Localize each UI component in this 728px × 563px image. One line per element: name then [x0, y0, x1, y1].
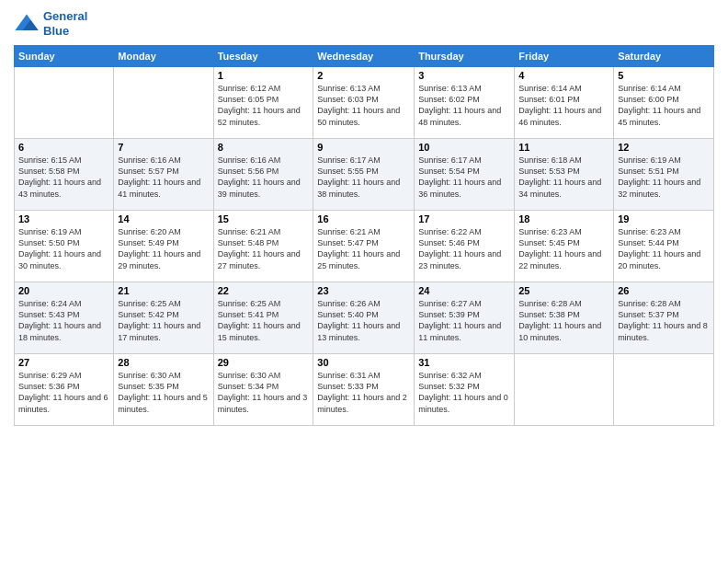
- calendar-cell: 6Sunrise: 6:15 AM Sunset: 5:58 PM Daylig…: [15, 139, 114, 211]
- calendar-cell: 17Sunrise: 6:22 AM Sunset: 5:46 PM Dayli…: [415, 211, 515, 282]
- day-info: Sunrise: 6:32 AM Sunset: 5:32 PM Dayligh…: [418, 370, 510, 415]
- calendar-cell: 12Sunrise: 6:19 AM Sunset: 5:51 PM Dayli…: [614, 139, 714, 211]
- day-info: Sunrise: 6:13 AM Sunset: 6:03 PM Dayligh…: [317, 83, 410, 128]
- weekday-header-friday: Friday: [515, 46, 614, 67]
- day-number: 18: [518, 213, 609, 224]
- calendar-week-row: 13Sunrise: 6:19 AM Sunset: 5:50 PM Dayli…: [15, 211, 714, 282]
- calendar-cell: 16Sunrise: 6:21 AM Sunset: 5:47 PM Dayli…: [313, 211, 415, 282]
- day-number: 16: [317, 213, 410, 224]
- day-number: 30: [317, 357, 410, 368]
- day-number: 25: [518, 285, 609, 296]
- day-info: Sunrise: 6:27 AM Sunset: 5:39 PM Dayligh…: [418, 298, 510, 343]
- day-info: Sunrise: 6:29 AM Sunset: 5:36 PM Dayligh…: [18, 370, 109, 415]
- day-number: 9: [317, 142, 410, 153]
- day-number: 10: [418, 142, 510, 153]
- day-number: 23: [317, 285, 410, 296]
- day-number: 24: [418, 285, 510, 296]
- day-number: 31: [418, 357, 510, 368]
- day-info: Sunrise: 6:18 AM Sunset: 5:53 PM Dayligh…: [518, 155, 609, 200]
- day-number: 27: [18, 357, 109, 368]
- day-info: Sunrise: 6:25 AM Sunset: 5:41 PM Dayligh…: [218, 298, 310, 343]
- calendar-cell: 26Sunrise: 6:28 AM Sunset: 5:37 PM Dayli…: [614, 282, 714, 354]
- day-info: Sunrise: 6:25 AM Sunset: 5:42 PM Dayligh…: [118, 298, 209, 343]
- day-info: Sunrise: 6:31 AM Sunset: 5:33 PM Dayligh…: [317, 370, 410, 415]
- calendar-cell: 18Sunrise: 6:23 AM Sunset: 5:45 PM Dayli…: [515, 211, 614, 282]
- day-number: 22: [218, 285, 310, 296]
- weekday-header-tuesday: Tuesday: [213, 46, 313, 67]
- day-number: 20: [18, 285, 109, 296]
- calendar-week-row: 20Sunrise: 6:24 AM Sunset: 5:43 PM Dayli…: [15, 282, 714, 354]
- calendar-header-row: SundayMondayTuesdayWednesdayThursdayFrid…: [15, 46, 714, 67]
- logo-icon: [14, 11, 40, 37]
- day-number: 26: [618, 285, 710, 296]
- page-header: General Blue: [14, 9, 714, 38]
- calendar-cell: 11Sunrise: 6:18 AM Sunset: 5:53 PM Dayli…: [515, 139, 614, 211]
- calendar-cell: 31Sunrise: 6:32 AM Sunset: 5:32 PM Dayli…: [415, 354, 515, 426]
- calendar-cell: 3Sunrise: 6:13 AM Sunset: 6:02 PM Daylig…: [415, 67, 515, 139]
- day-info: Sunrise: 6:16 AM Sunset: 5:56 PM Dayligh…: [218, 155, 310, 200]
- calendar-week-row: 27Sunrise: 6:29 AM Sunset: 5:36 PM Dayli…: [15, 354, 714, 426]
- calendar-cell: 22Sunrise: 6:25 AM Sunset: 5:41 PM Dayli…: [213, 282, 313, 354]
- day-info: Sunrise: 6:12 AM Sunset: 6:05 PM Dayligh…: [218, 83, 310, 128]
- calendar-cell: 28Sunrise: 6:30 AM Sunset: 5:35 PM Dayli…: [114, 354, 213, 426]
- day-number: 17: [418, 213, 510, 224]
- logo: General Blue: [14, 9, 87, 38]
- day-number: 19: [618, 213, 710, 224]
- day-info: Sunrise: 6:17 AM Sunset: 5:54 PM Dayligh…: [418, 155, 510, 200]
- calendar-week-row: 1Sunrise: 6:12 AM Sunset: 6:05 PM Daylig…: [15, 67, 714, 139]
- day-info: Sunrise: 6:26 AM Sunset: 5:40 PM Dayligh…: [317, 298, 410, 343]
- calendar-cell: [614, 354, 714, 426]
- day-info: Sunrise: 6:14 AM Sunset: 6:00 PM Dayligh…: [618, 83, 710, 128]
- calendar-cell: 7Sunrise: 6:16 AM Sunset: 5:57 PM Daylig…: [114, 139, 213, 211]
- day-number: 11: [518, 142, 609, 153]
- day-info: Sunrise: 6:22 AM Sunset: 5:46 PM Dayligh…: [418, 226, 510, 271]
- day-info: Sunrise: 6:19 AM Sunset: 5:50 PM Dayligh…: [18, 226, 109, 271]
- calendar-cell: 5Sunrise: 6:14 AM Sunset: 6:00 PM Daylig…: [614, 67, 714, 139]
- calendar-cell: 27Sunrise: 6:29 AM Sunset: 5:36 PM Dayli…: [15, 354, 114, 426]
- day-number: 21: [118, 285, 209, 296]
- day-number: 5: [618, 70, 710, 81]
- day-info: Sunrise: 6:28 AM Sunset: 5:37 PM Dayligh…: [618, 298, 710, 343]
- day-number: 13: [18, 213, 109, 224]
- weekday-header-sunday: Sunday: [15, 46, 114, 67]
- day-info: Sunrise: 6:20 AM Sunset: 5:49 PM Dayligh…: [118, 226, 209, 271]
- calendar-cell: 4Sunrise: 6:14 AM Sunset: 6:01 PM Daylig…: [515, 67, 614, 139]
- weekday-header-monday: Monday: [114, 46, 213, 67]
- day-number: 4: [518, 70, 609, 81]
- day-info: Sunrise: 6:21 AM Sunset: 5:48 PM Dayligh…: [218, 226, 310, 271]
- day-info: Sunrise: 6:28 AM Sunset: 5:38 PM Dayligh…: [518, 298, 609, 343]
- calendar-cell: 9Sunrise: 6:17 AM Sunset: 5:55 PM Daylig…: [313, 139, 415, 211]
- weekday-header-wednesday: Wednesday: [313, 46, 415, 67]
- day-info: Sunrise: 6:14 AM Sunset: 6:01 PM Dayligh…: [518, 83, 609, 128]
- calendar-week-row: 6Sunrise: 6:15 AM Sunset: 5:58 PM Daylig…: [15, 139, 714, 211]
- day-info: Sunrise: 6:19 AM Sunset: 5:51 PM Dayligh…: [618, 155, 710, 200]
- day-info: Sunrise: 6:24 AM Sunset: 5:43 PM Dayligh…: [18, 298, 109, 343]
- day-number: 2: [317, 70, 410, 81]
- calendar-cell: 13Sunrise: 6:19 AM Sunset: 5:50 PM Dayli…: [15, 211, 114, 282]
- day-number: 6: [18, 142, 109, 153]
- calendar-cell: 21Sunrise: 6:25 AM Sunset: 5:42 PM Dayli…: [114, 282, 213, 354]
- weekday-header-thursday: Thursday: [415, 46, 515, 67]
- calendar-cell: 8Sunrise: 6:16 AM Sunset: 5:56 PM Daylig…: [213, 139, 313, 211]
- logo-text: General Blue: [43, 9, 87, 38]
- day-info: Sunrise: 6:30 AM Sunset: 5:35 PM Dayligh…: [118, 370, 209, 415]
- day-info: Sunrise: 6:21 AM Sunset: 5:47 PM Dayligh…: [317, 226, 410, 271]
- calendar-cell: 14Sunrise: 6:20 AM Sunset: 5:49 PM Dayli…: [114, 211, 213, 282]
- calendar-cell: 23Sunrise: 6:26 AM Sunset: 5:40 PM Dayli…: [313, 282, 415, 354]
- calendar-cell: 1Sunrise: 6:12 AM Sunset: 6:05 PM Daylig…: [213, 67, 313, 139]
- calendar-cell: [15, 67, 114, 139]
- day-number: 3: [418, 70, 510, 81]
- calendar-cell: 24Sunrise: 6:27 AM Sunset: 5:39 PM Dayli…: [415, 282, 515, 354]
- day-number: 12: [618, 142, 710, 153]
- day-info: Sunrise: 6:23 AM Sunset: 5:45 PM Dayligh…: [518, 226, 609, 271]
- day-info: Sunrise: 6:13 AM Sunset: 6:02 PM Dayligh…: [418, 83, 510, 128]
- calendar-cell: 25Sunrise: 6:28 AM Sunset: 5:38 PM Dayli…: [515, 282, 614, 354]
- calendar-table: SundayMondayTuesdayWednesdayThursdayFrid…: [14, 45, 714, 426]
- calendar-cell: 30Sunrise: 6:31 AM Sunset: 5:33 PM Dayli…: [313, 354, 415, 426]
- day-number: 7: [118, 142, 209, 153]
- calendar-cell: 29Sunrise: 6:30 AM Sunset: 5:34 PM Dayli…: [213, 354, 313, 426]
- day-number: 28: [118, 357, 209, 368]
- day-info: Sunrise: 6:23 AM Sunset: 5:44 PM Dayligh…: [618, 226, 710, 271]
- day-number: 15: [218, 213, 310, 224]
- calendar-cell: [114, 67, 213, 139]
